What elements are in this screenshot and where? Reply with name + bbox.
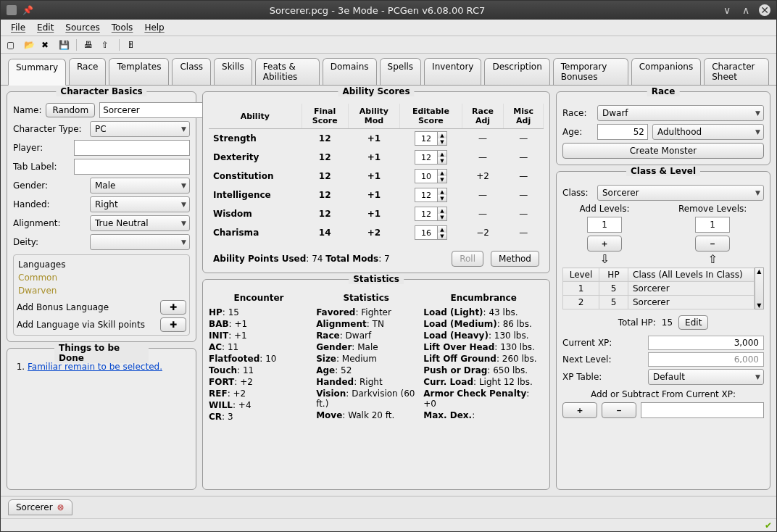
hp-hdr[interactable]: HP [599,268,628,282]
ability-edit-input[interactable] [415,188,437,201]
tab-description[interactable]: Description [484,58,549,85]
menu-help[interactable]: Help [140,21,168,34]
tab-tempbonuses[interactable]: Temporary Bonuses [553,58,628,85]
spin-down-icon[interactable]: ▼ [438,214,446,220]
ability-final: 12 [302,148,348,167]
maximize-button[interactable]: ∧ [740,4,752,16]
close-button[interactable]: ✕ [759,4,770,16]
tab-companions[interactable]: Companions [631,58,702,85]
lvl-hdr[interactable]: Level [563,268,599,282]
menu-file[interactable]: File [7,21,30,34]
table-row[interactable]: 15Sorcerer [563,282,755,296]
spin-up-icon[interactable]: ▲ [438,188,446,195]
spin-up-icon[interactable]: ▲ [438,151,446,157]
handed-select[interactable]: Right▼ [90,196,190,212]
random-button[interactable]: Random [46,103,95,117]
lang-item[interactable]: Dwarven [17,284,186,297]
alignment-select[interactable]: True Neutral▼ [90,215,190,231]
new-icon[interactable]: ▢ [7,40,17,50]
ability-spinner[interactable]: ▲▼ [415,188,447,202]
spin-up-icon[interactable]: ▲ [438,207,446,214]
stat-row: Race: Dwarf [316,331,416,341]
remove-level-button[interactable]: － [695,236,730,252]
chartype-select[interactable]: PC▼ [90,121,190,137]
character-tab[interactable]: Sorcerer ⊗ [8,499,72,515]
tab-summary[interactable]: Summary [8,59,66,86]
spin-down-icon[interactable]: ▼ [438,138,446,145]
spin-down-icon[interactable]: ▼ [438,233,446,239]
ability-edit-input[interactable] [415,170,437,183]
print-icon[interactable]: 🖶 [84,40,94,50]
ability-edit-input[interactable] [415,207,437,220]
menu-edit[interactable]: Edit [33,21,58,34]
agecat-select[interactable]: Adulthood▼ [652,124,764,140]
edit-hp-button[interactable]: Edit [678,315,708,330]
spin-up-icon[interactable]: ▲ [438,170,446,176]
add-levels-input[interactable] [587,217,622,233]
create-monster-button[interactable]: Create Monster [562,143,764,159]
lang-item[interactable]: Common [17,271,186,284]
spin-down-icon[interactable]: ▼ [438,157,446,164]
tab-skills[interactable]: Skills [214,58,252,85]
close-tab-icon[interactable]: ⊗ [57,502,65,512]
spin-down-icon[interactable]: ▼ [438,195,446,201]
minimize-button[interactable]: ∨ [721,4,733,16]
pin-icon[interactable]: 📌 [22,5,33,15]
scrollbar[interactable]: ▲▼ [755,267,764,309]
open-icon[interactable]: 📂 [24,40,34,50]
xptable-select[interactable]: Default▼ [648,369,764,385]
add-level-button[interactable]: ＋ [587,236,622,252]
tab-domains[interactable]: Domains [323,58,377,85]
currentxp-input[interactable] [648,336,764,350]
spin-down-icon[interactable]: ▼ [438,176,446,183]
cls-hdr[interactable]: Class (All Levels In Class) [628,268,755,282]
method-button[interactable]: Method [491,251,539,267]
ability-spinner[interactable]: ▲▼ [415,225,447,240]
tab-feats[interactable]: Feats & Abilities [255,58,320,85]
ability-spinner[interactable]: ▲▼ [415,131,447,146]
statusbar: ✔ [1,518,776,531]
menu-sources[interactable]: Sources [61,21,104,34]
menu-tools[interactable]: Tools [107,21,138,34]
xp-plus-button[interactable]: ＋ [562,402,597,418]
ability-edit-input[interactable] [415,151,437,164]
close-icon[interactable]: ✖ [41,40,51,50]
tab-charsheet[interactable]: Character Sheet [704,58,769,85]
ability-points: Ability Points Used: 74 Total Mods: 7 [213,254,390,264]
deity-select[interactable]: ▼ [90,234,190,250]
tablabel-input[interactable] [74,159,190,175]
ability-name: Wisdom [209,204,302,223]
remove-levels-input[interactable] [695,217,730,233]
ability-spinner[interactable]: ▲▼ [415,207,447,221]
race-label: Race: [562,108,593,118]
xp-adjust-input[interactable] [641,402,764,418]
add-bonus-lang-button[interactable]: ✚ [160,300,186,315]
name-input[interactable] [99,102,215,118]
ability-spinner[interactable]: ▲▼ [415,169,447,183]
player-input[interactable] [74,140,190,156]
tab-class[interactable]: Class [172,58,211,85]
roll-button[interactable]: Roll [452,251,483,267]
todo-link[interactable]: Familiar remain to be selected. [28,362,162,372]
xp-minus-button[interactable]: － [602,402,636,418]
totalhp-value: 15 [662,317,673,328]
export-icon[interactable]: ⇧ [101,40,112,50]
tab-inventory[interactable]: Inventory [424,58,481,85]
tab-race[interactable]: Race [69,58,106,85]
age-input[interactable] [597,124,648,140]
table-row[interactable]: 25Sorcerer [563,296,755,309]
spin-up-icon[interactable]: ▲ [438,132,446,138]
class-select[interactable]: Sorcerer▼ [597,185,764,201]
add-lang-skill-button[interactable]: ✚ [160,317,186,332]
ability-spinner[interactable]: ▲▼ [415,150,447,165]
spin-up-icon[interactable]: ▲ [438,226,446,233]
ability-edit-input[interactable] [415,132,437,145]
prefs-icon[interactable]: 🎚 [127,40,137,50]
tab-templates[interactable]: Templates [109,58,169,85]
save-icon[interactable]: 💾 [59,40,69,50]
race-select[interactable]: Dwarf▼ [597,105,764,121]
tab-spells[interactable]: Spells [380,58,422,85]
ability-final: 12 [302,129,348,149]
ability-edit-input[interactable] [415,226,437,239]
gender-select[interactable]: Male▼ [90,178,190,194]
